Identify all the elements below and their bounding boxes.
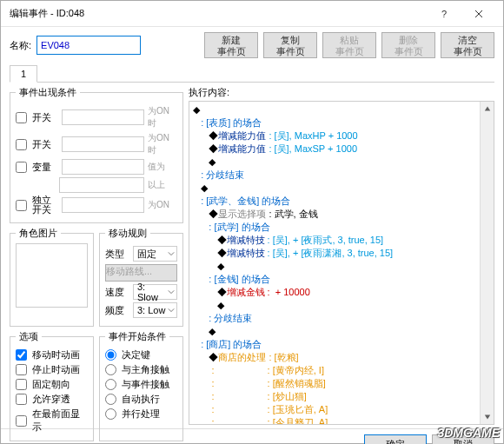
new-page-button[interactable]: 新建 事件页 [204,32,258,58]
trig-parallel[interactable] [105,408,116,420]
graphic-group: 角色图片 [10,227,94,327]
ok-button[interactable]: 确定 [364,434,427,444]
exec-line[interactable]: ◆显示选择项 : 武学, 金钱 [193,208,494,221]
exec-line[interactable]: : : [玉珧匕首, A] [193,403,494,416]
close-button[interactable] [461,1,496,27]
opt-move-anim[interactable] [16,349,27,361]
exec-line[interactable]: ◆增减能力值 : [吴], MaxSP + 1000 [193,142,494,156]
delete-page-button[interactable]: 删除 事件页 [381,32,435,58]
trig-event[interactable] [105,379,116,390]
exec-line[interactable]: : : [黄帝内经, I] [193,364,494,377]
scroll-down-icon[interactable] [481,410,494,424]
conditions-group: 事件出现条件 开关 为ON时 开关 为ON时 变量 值为 [10,86,183,223]
clear-page-button[interactable]: 清空 事件页 [441,32,494,58]
opt-through[interactable] [16,394,27,405]
options-group: 选项 移动时动画 停止时动画 固定朝向 允许穿透 在最前面显示 [10,330,94,441]
name-input[interactable] [36,36,141,55]
cond-var-check[interactable] [16,162,27,173]
conditions-legend: 事件出现条件 [16,86,80,99]
trig-auto[interactable] [105,394,116,405]
paste-page-button[interactable]: 粘贴 事件页 [322,32,376,58]
cond-switch2-field[interactable] [62,136,144,152]
exec-line[interactable]: ◆ [193,260,494,273]
opt-stop-anim[interactable] [16,364,27,375]
exec-line[interactable]: : : [醒然销魂脂] [193,377,494,390]
exec-line[interactable]: ◆增减金钱 : + 10000 [193,286,494,299]
move-group: 移动规则 类型 固定 移动路线... 速度 3: Slow 频度 3: Low [99,227,183,327]
trig-player[interactable] [105,364,116,375]
scrollbar[interactable] [480,102,494,424]
help-button[interactable]: ? [427,1,461,27]
move-speed-combo[interactable]: 3: Slow [133,284,177,300]
exec-line[interactable]: : : [炒山猫] [193,390,494,403]
exec-line[interactable]: ◆增减能力值 : [吴], MaxHP + 1000 [193,129,494,142]
window-title: 编辑事件 - ID:048 [10,7,427,20]
exec-line[interactable]: ◆ [193,325,494,338]
exec-line[interactable]: : 分歧结束 [193,312,494,325]
exec-line[interactable]: ◆增减特技 : [吴], + [夜雨式, 3, true, 15] [193,234,494,247]
name-label: 名称: [10,39,31,52]
trig-action[interactable] [105,349,116,361]
exec-line[interactable]: : [表质] 的场合 [193,116,494,129]
watermark: 3DMGAME [437,426,500,440]
graphic-thumb[interactable] [16,243,88,308]
cond-var-value-field[interactable] [59,177,144,193]
opt-fix-dir[interactable] [16,379,27,390]
exec-line[interactable]: ◆ [193,182,494,195]
exec-line[interactable]: : [武学、金钱] 的场合 [193,195,494,208]
trigger-group: 事件开始条件 决定键 与主角接触 与事件接触 自动执行 并行处理 [99,330,183,441]
cond-self-field[interactable] [62,197,144,213]
opt-top[interactable] [16,415,27,427]
exec-line[interactable]: ◆ [193,103,494,116]
cond-var-field[interactable] [62,159,144,175]
exec-line[interactable]: ◆增减特技 : [吴], + [夜雨潇湘, 3, true, 15] [193,247,494,260]
tab-page-1[interactable]: 1 [10,65,37,83]
exec-list[interactable]: ◆ : [表质] 的场合 ◆增减能力值 : [吴], MaxHP + 1000 … [189,101,494,425]
exec-label: 执行内容: [189,86,494,99]
scroll-up-icon[interactable] [481,102,494,116]
exec-line[interactable]: : 分歧结束 [193,169,494,182]
exec-line[interactable]: ◆ [193,299,494,312]
cond-self-check[interactable] [16,200,27,211]
move-route-button[interactable]: 移动路线... [105,264,177,282]
exec-line[interactable]: : : [今月簪刀, A] [193,416,494,425]
exec-line[interactable]: ◆ [193,156,494,169]
cond-switch1-field[interactable] [62,109,144,125]
exec-line[interactable]: : [商店] 的场合 [193,338,494,351]
move-freq-combo[interactable]: 3: Low [133,302,177,318]
exec-line[interactable]: : [武学] 的场合 [193,221,494,234]
exec-line[interactable]: : [金钱] 的场合 [193,273,494,286]
cond-switch1-check[interactable] [16,112,27,123]
move-type-combo[interactable]: 固定 [133,246,177,262]
copy-page-button[interactable]: 复制 事件页 [263,32,317,58]
exec-line[interactable]: ◆商店的处理 : [乾粮] [193,351,494,364]
cond-switch2-check[interactable] [16,139,27,150]
